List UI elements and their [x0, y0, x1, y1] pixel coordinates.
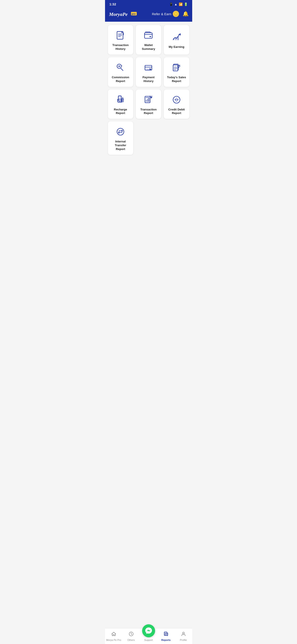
my-earning-icon	[171, 31, 182, 43]
recharge-report-icon	[115, 94, 126, 106]
internal-transfer-icon	[115, 126, 126, 138]
svg-text:MoryaPe: MoryaPe	[109, 12, 128, 17]
grid-item-recharge-report[interactable]: Recharge Report	[108, 89, 133, 119]
grid-item-my-earning[interactable]: My Earning	[164, 25, 189, 55]
header-right: Refer & Earn 🪙 🔔	[152, 11, 189, 17]
svg-text:pro: pro	[132, 12, 136, 15]
battery-icon: 🔋	[184, 2, 188, 6]
my-earning-label: My Earning	[169, 45, 184, 49]
svg-point-5	[150, 36, 151, 37]
svg-rect-6	[173, 38, 174, 40]
grid-item-transaction-report[interactable]: Transaction Report	[136, 89, 161, 119]
todays-sales-icon	[171, 62, 182, 73]
svg-rect-21	[148, 98, 149, 102]
grid-item-todays-sales-report[interactable]: Today's Sales Report	[164, 57, 189, 87]
transaction-history-icon	[115, 30, 126, 41]
transaction-report-label: Transaction Report	[138, 108, 159, 116]
status-bar: 1:32 📱 ▲ 📶 🔋	[105, 0, 192, 8]
svg-rect-8	[177, 36, 179, 40]
internal-transfer-label: Internal Transfer Report	[110, 140, 131, 151]
todays-sales-label: Today's Sales Report	[166, 76, 187, 83]
wallet-summary-icon	[143, 30, 154, 41]
status-time: 1:32	[109, 2, 116, 6]
status-icons: 📱 ▲ 📶 🔋	[169, 2, 188, 6]
refer-earn-button[interactable]: Refer & Earn 🪙	[152, 11, 179, 17]
svg-rect-4	[145, 33, 152, 38]
wallet-summary-label: Wallet Summary	[138, 44, 159, 51]
svg-rect-20	[147, 99, 148, 102]
coin-icon: 🪙	[173, 11, 179, 17]
grid-item-commission-report[interactable]: Commission Report	[108, 57, 133, 87]
credit-debit-label: Credit Debit Report	[166, 108, 187, 116]
notification-bell-icon[interactable]: 🔔	[183, 11, 189, 17]
wifi-icon: ▲	[174, 2, 177, 6]
grid-item-internal-transfer-report[interactable]: Internal Transfer Report	[108, 121, 133, 155]
signal-icon: 📶	[179, 2, 183, 6]
sim-icon: 📱	[169, 2, 173, 6]
recharge-report-label: Recharge Report	[110, 108, 131, 116]
transaction-report-icon	[143, 94, 154, 106]
transaction-history-label: Transaction History	[110, 44, 131, 51]
svg-point-23	[117, 128, 124, 135]
reports-grid: Transaction History Wallet Summary	[105, 22, 192, 158]
logo-svg: MoryaPe pro	[109, 10, 138, 18]
commission-report-label: Commission Report	[110, 76, 131, 83]
grid-item-credit-debit-report[interactable]: Credit Debit Report	[164, 89, 189, 119]
svg-rect-14	[173, 65, 178, 71]
svg-rect-12	[146, 68, 147, 69]
payment-history-icon	[143, 62, 154, 73]
svg-point-11	[148, 69, 149, 70]
grid-item-payment-history[interactable]: Payment History	[136, 57, 161, 87]
refer-earn-label: Refer & Earn	[152, 12, 171, 16]
svg-rect-19	[146, 100, 147, 102]
grid-item-wallet-summary[interactable]: Wallet Summary	[136, 25, 161, 55]
app-header: MoryaPe pro Refer & Earn 🪙 🔔	[105, 8, 192, 22]
svg-rect-7	[175, 37, 177, 40]
commission-report-icon	[115, 62, 126, 73]
logo: MoryaPe pro	[109, 10, 138, 18]
grid-item-transaction-history[interactable]: Transaction History	[108, 25, 133, 55]
credit-debit-icon	[171, 94, 182, 106]
payment-history-label: Payment History	[138, 76, 159, 83]
